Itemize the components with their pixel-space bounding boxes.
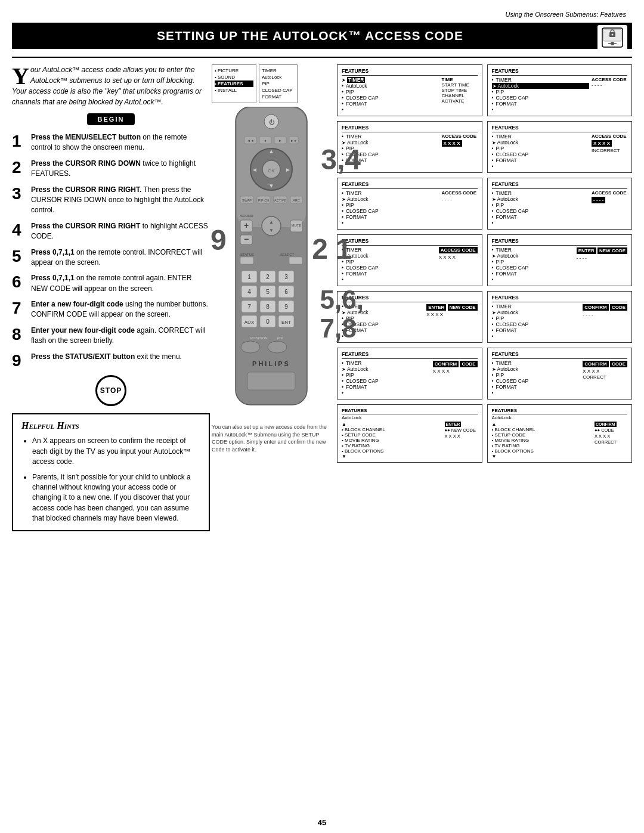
big-num-2: 2 (312, 235, 328, 264)
svg-text:ARC: ARC (293, 199, 300, 202)
svg-text:7: 7 (247, 304, 251, 310)
svg-text:9: 9 (284, 304, 288, 310)
svg-text:5: 5 (266, 289, 270, 295)
big-num-5678: 5,6,7,8 (320, 286, 364, 343)
svg-text:3: 3 (284, 274, 288, 280)
hint-item-1: An X appears on screen to confirm the re… (32, 436, 200, 467)
s2-title: FEATURES (492, 68, 628, 76)
stop-wrap: STOP (12, 375, 210, 406)
step-3-text: Press the CURSOR RING RIGHT. Then press … (31, 185, 210, 216)
screen-bottom-right: FEATURES AutoLock ▲ • BLOCK CHANNEL • SE… (487, 404, 633, 463)
menu-panel-install: • INSTALL (215, 87, 253, 94)
svg-text:SELECT: SELECT (280, 253, 295, 256)
svg-text:▼: ▼ (268, 182, 274, 189)
right-column: FEATURES ➤TIMER •AutoLock •PIP •CLOSED C… (337, 64, 632, 465)
svg-text:2: 2 (266, 274, 270, 280)
svg-text:AUX: AUX (244, 320, 255, 325)
menu-right-cap: CLOSED CAP (262, 87, 295, 94)
screen-2: FEATURES •TIMER ➤AutoLock •PIP •CLOSED C… (487, 64, 633, 116)
svg-text:8: 8 (266, 304, 270, 310)
step-4-text: Press the CURSOR RING RIGHT to highlight… (31, 221, 210, 242)
big-num-9: 9 (210, 226, 227, 255)
svg-text:ENT: ENT (281, 320, 291, 325)
svg-text:ACTIVE: ACTIVE (274, 199, 286, 202)
menu-panels-top: • PICTURE • SOUND • FEATURES • INSTALL T… (212, 64, 331, 103)
title-text: SETTING UP THE AUTOLOCK™ ACCESS CODE (157, 29, 463, 43)
s1-title: FEATURES (342, 68, 478, 76)
top-label: Using the Onscreen Submenus: Features (506, 11, 626, 18)
remote-outer: 3,4 9 2 1 5,6,7,8 ⏻ (224, 107, 319, 419)
svg-text:OK: OK (268, 168, 275, 174)
step-2-text: Press the CURSOR RING DOWN twice to high… (31, 159, 210, 179)
menu-panel-sound: • SOUND (215, 74, 253, 80)
screen-5: FEATURES •TIMER ➤AutoLock •PIP •CLOSED C… (337, 178, 482, 230)
big-num-1: 1 (336, 235, 352, 264)
screen-row-4: FEATURES •TIMER ➤AutoLock •PIP •CLOSED C… (337, 234, 632, 286)
center-column: • PICTURE • SOUND • FEATURES • INSTALL T… (212, 64, 331, 453)
screen-10: FEATURES •TIMER ➤AutoLock •PIP •CLOSED C… (487, 291, 633, 343)
step-1-text: Press the MENU/SELECT button on the remo… (31, 132, 210, 153)
step-9-text: Press the STATUS/EXIT button exit the me… (31, 352, 182, 362)
step-3: 3 Press the CURSOR RING RIGHT. Then pres… (12, 185, 210, 216)
bottom-caption: You can also set up a new access code fr… (212, 423, 331, 453)
step-1: 1 Press the MENU/SELECT button on the re… (12, 132, 210, 153)
svg-text:PHILIPS: PHILIPS (252, 360, 290, 367)
step-2-num: 2 (12, 159, 26, 177)
step-8-text: Enter your new four-digit code again. CO… (31, 326, 210, 346)
step-7-num: 7 (12, 299, 26, 318)
svg-text:►: ► (278, 139, 282, 143)
menu-right-autolock: AutoLock (262, 74, 295, 80)
menu-panel-right: TIMER AutoLock PIP CLOSED CAP FORMAT (259, 64, 298, 103)
step-1-num: 1 (12, 132, 26, 151)
step-9: 9 Press the STATUS/EXIT button exit the … (12, 352, 210, 370)
step-5-num: 5 (12, 247, 26, 266)
step-7-text: Enter a new four-digit code using the nu… (31, 299, 210, 320)
step-7: 7 Enter a new four-digit code using the … (12, 299, 210, 320)
svg-text:●: ● (264, 139, 267, 143)
step-6: 6 Press 0,7,1,1 on the remote control ag… (12, 273, 210, 294)
svg-text:MUTE: MUTE (292, 224, 302, 227)
svg-text:▲: ▲ (268, 148, 274, 154)
big-num-34: 3,4 (321, 145, 361, 174)
step-4: 4 Press the CURSOR RING RIGHT to highlig… (12, 221, 210, 242)
hints-title: Helpful Hints (21, 420, 200, 431)
svg-text:−: − (244, 234, 249, 244)
hint-item-2: Parents, it isn't possible for your chil… (32, 472, 200, 524)
step-4-num: 4 (12, 221, 26, 240)
screen-7: FEATURES •TIMER ➤AutoLock •PIP •CLOSED C… (337, 234, 482, 286)
stop-badge: STOP (95, 375, 126, 406)
step-5-text: Press 0,7,1,1 on the remote control. INC… (31, 247, 210, 268)
svg-point-5 (612, 34, 614, 36)
screen-row-3: FEATURES •TIMER ➤AutoLock •PIP •CLOSED C… (337, 178, 632, 230)
svg-text:+: + (244, 221, 249, 230)
svg-rect-46 (289, 257, 302, 264)
screen-row-6: FEATURES •TIMER ➤AutoLock •PIP •CLOSED C… (337, 348, 632, 400)
svg-text:PIP CH: PIP CH (258, 199, 269, 202)
screen-8: FEATURES •TIMER ➤AutoLock •PIP •CLOSED C… (487, 234, 633, 286)
screen-row-5: FEATURES •TIMER ➤AutoLock •PIP •CLOSED C… (337, 291, 632, 343)
menu-right-format: FORMAT (262, 94, 295, 100)
screen-11: FEATURES •TIMER ➤AutoLock •PIP •CLOSED C… (337, 348, 482, 400)
svg-text:◄: ◄ (252, 166, 258, 173)
drop-cap: Y (12, 67, 29, 86)
step-6-num: 6 (12, 273, 26, 292)
svg-text:4: 4 (247, 289, 251, 295)
remote-svg: ⏻ ◄◄ ● ► ►► ▲ ▼ ◄ ► (224, 107, 319, 417)
svg-rect-45 (240, 257, 253, 264)
title-bar: SETTING UP THE AUTOLOCK™ ACCESS CODE (12, 23, 632, 49)
menu-panel-picture: • PICTURE (215, 67, 253, 74)
svg-text:SWAP: SWAP (242, 199, 252, 202)
intro-text: Y our AutoLock™ access code allows you t… (12, 64, 210, 107)
screen-4: FEATURES •TIMER ➤AutoLock •PIP •CLOSED C… (487, 121, 633, 173)
svg-point-73 (241, 341, 260, 353)
hints-list: An X appears on screen to confirm the re… (21, 436, 200, 524)
svg-text:⏻: ⏻ (269, 119, 275, 125)
step-8: 8 Enter your new four-digit code again. … (12, 326, 210, 346)
svg-text:PIP: PIP (277, 336, 283, 340)
screen-12: FEATURES •TIMER ➤AutoLock •PIP •CLOSED C… (487, 348, 633, 400)
menu-panel-features: • FEATURES (215, 80, 253, 87)
steps-list: 1 Press the MENU/SELECT button on the re… (12, 132, 210, 370)
svg-point-74 (268, 341, 287, 353)
step-8-num: 8 (12, 326, 26, 344)
menu-panel-left: • PICTURE • SOUND • FEATURES • INSTALL (212, 64, 256, 103)
